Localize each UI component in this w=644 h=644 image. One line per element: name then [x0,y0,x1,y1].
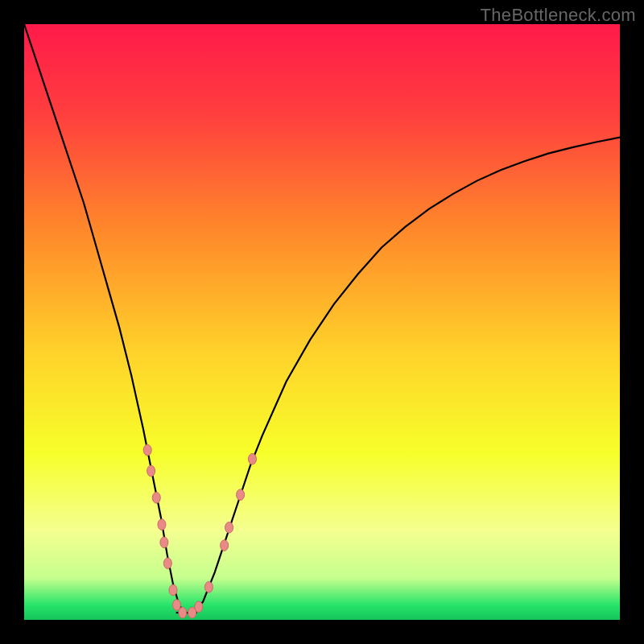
data-marker [225,522,233,534]
data-marker [147,465,155,477]
chart-root: TheBottleneck.com [0,0,644,644]
data-marker [163,558,171,569]
data-marker [158,519,166,530]
data-marker [221,540,229,551]
data-marker [237,489,245,501]
data-marker [248,453,256,464]
data-marker [204,582,213,593]
data-marker [143,444,151,456]
bottleneck-chart [0,0,644,644]
data-marker [160,537,168,548]
data-marker [169,584,177,596]
plot-area [24,24,620,620]
watermark-text: TheBottleneck.com [481,5,636,26]
data-marker [152,493,160,504]
data-marker [179,607,187,618]
data-marker [195,601,203,613]
